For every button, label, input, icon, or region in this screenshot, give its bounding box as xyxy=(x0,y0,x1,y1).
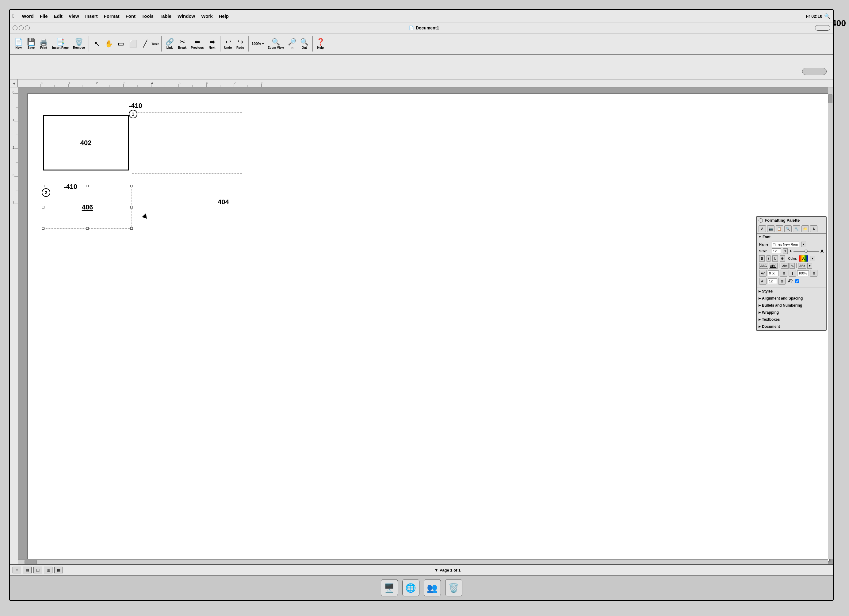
menu-view[interactable]: View xyxy=(66,13,82,19)
abd-btn[interactable]: ABd xyxy=(798,263,806,269)
maximize-button[interactable] xyxy=(25,25,30,30)
bold-button[interactable]: B xyxy=(759,255,765,262)
handle-mr[interactable] xyxy=(130,206,133,208)
view-icon-1[interactable]: ≡ xyxy=(13,567,21,573)
dock-trash[interactable]: 🗑️ xyxy=(445,579,462,597)
italic-button[interactable]: I xyxy=(767,255,770,262)
rect2-tool[interactable]: ⬜ xyxy=(127,40,139,48)
menu-work[interactable]: Work xyxy=(198,13,216,19)
handle-bm[interactable] xyxy=(86,227,89,230)
scale-input[interactable] xyxy=(797,271,809,276)
textboxes-section-header[interactable]: ▶ Textboxes xyxy=(757,316,826,323)
tracking-input[interactable] xyxy=(768,271,779,276)
baseline-adjust[interactable]: ⊞ xyxy=(778,278,785,284)
view-icon-4[interactable]: ▥ xyxy=(44,567,52,573)
minimize-button[interactable] xyxy=(19,25,24,30)
link-button[interactable]: 🔗 Link xyxy=(164,38,176,50)
frame-406[interactable]: 406 xyxy=(43,186,132,229)
palette-icon-a[interactable]: A xyxy=(758,225,766,232)
underline-button[interactable]: U xyxy=(772,255,778,262)
handle-tr[interactable] xyxy=(130,185,133,187)
palette-icon-tools[interactable]: 🔧 xyxy=(793,225,800,232)
superscript-btn[interactable]: ᴬA xyxy=(789,263,795,269)
wrapping-section-header[interactable]: ▶ Wrapping xyxy=(757,309,826,316)
font-section-header[interactable]: ▼ Font xyxy=(757,234,826,240)
view-icon-3[interactable]: ◫ xyxy=(33,567,42,573)
handle-ml[interactable] xyxy=(42,206,45,208)
palette-icon-rotate[interactable]: ↻ xyxy=(810,225,818,232)
palette-icon-folder[interactable]: 📁 xyxy=(801,225,809,232)
menu-window[interactable]: Window xyxy=(174,13,198,19)
baseline-input[interactable] xyxy=(768,278,777,284)
scroll-thumb[interactable] xyxy=(802,68,827,75)
menu-file[interactable]: File xyxy=(37,13,51,19)
undo-button[interactable]: ↩ Undo xyxy=(222,38,234,50)
menu-tools[interactable]: Tools xyxy=(139,13,157,19)
dock-browser[interactable]: 🌐 xyxy=(402,579,419,597)
font-size-dropdown[interactable]: ▼ xyxy=(783,248,788,254)
vscroll-thumb[interactable] xyxy=(828,94,833,103)
hscroll-thumb[interactable] xyxy=(25,560,37,564)
rect-tool[interactable]: ▭ xyxy=(115,40,127,48)
hand-tool[interactable]: ✋ xyxy=(103,40,115,48)
font-name-input[interactable] xyxy=(772,242,799,247)
handle-bl[interactable] xyxy=(42,227,45,230)
resize-handle[interactable] xyxy=(815,25,830,31)
view-icon-2[interactable]: ▤ xyxy=(23,567,31,573)
view-icon-5[interactable]: ▦ xyxy=(54,567,63,573)
menu-table[interactable]: Table xyxy=(157,13,174,19)
previous-button[interactable]: ⬅ Previous xyxy=(189,38,206,50)
next-button[interactable]: ➡ Next xyxy=(206,38,218,50)
alignment-section-header[interactable]: ▶ Alignment and Spacing xyxy=(757,295,826,302)
apple-menu[interactable]:  xyxy=(13,13,15,19)
palette-close[interactable] xyxy=(758,218,763,223)
document-section-header[interactable]: ▶ Document xyxy=(757,323,826,330)
handle-tl[interactable] xyxy=(42,185,45,187)
frame-404[interactable] xyxy=(132,112,242,174)
font-size-slider[interactable] xyxy=(794,251,819,252)
scale-adjust[interactable]: ⊞ xyxy=(810,270,818,277)
color-picker[interactable]: A xyxy=(799,255,808,262)
menu-help[interactable]: Help xyxy=(216,13,232,19)
abc-normal[interactable]: Abc xyxy=(781,263,789,269)
styles-section-header[interactable]: ▶ Styles xyxy=(757,288,826,295)
font-name-dropdown[interactable]: ▼ xyxy=(801,242,806,247)
zoom-in-button[interactable]: 🔎 In xyxy=(286,38,298,50)
abc-underline[interactable]: ABC xyxy=(769,263,778,269)
palette-icon-search[interactable]: 🔍 xyxy=(784,225,792,232)
zoom-value-button[interactable]: 100% ▼ xyxy=(250,42,266,46)
palette-icon-camera[interactable]: 📷 xyxy=(767,225,775,232)
redo-button[interactable]: ↪ Redo xyxy=(235,38,246,50)
close-button[interactable] xyxy=(13,25,18,30)
insert-page-button[interactable]: 📑 Insert Page xyxy=(50,38,70,50)
print-button[interactable]: 🖨️ Print xyxy=(38,38,50,50)
menu-font[interactable]: Font xyxy=(122,13,138,19)
dock-finder[interactable]: 🖥️ xyxy=(381,579,398,597)
palette-icon-page[interactable]: 📋 xyxy=(776,225,783,232)
zoom-view-button[interactable]: 🔍 Zoom View xyxy=(266,38,286,50)
horizontal-scrollbar[interactable] xyxy=(18,559,828,564)
handle-tm[interactable] xyxy=(86,185,89,187)
baseline-checkbox[interactable] xyxy=(795,279,799,283)
strikethrough-button[interactable]: S xyxy=(780,255,785,262)
menu-edit[interactable]: Edit xyxy=(51,13,65,19)
tracking-adjust[interactable]: ⊞ xyxy=(780,270,787,277)
font-size-input[interactable] xyxy=(772,248,781,254)
vertical-scrollbar[interactable] xyxy=(828,88,833,559)
help-button[interactable]: ❓ Help xyxy=(314,38,326,50)
remove-button[interactable]: 🗑️ Remove xyxy=(71,38,87,50)
menu-insert[interactable]: Insert xyxy=(82,13,101,19)
arrow-tool[interactable]: ↖ xyxy=(91,40,103,48)
zoom-out-button[interactable]: 🔍 Out xyxy=(298,38,310,50)
save-button[interactable]: 💾 Save xyxy=(25,38,37,50)
abc-strikethrough[interactable]: ABC xyxy=(759,263,768,269)
menu-format[interactable]: Format xyxy=(101,13,123,19)
new-button[interactable]: 📄 New xyxy=(13,38,25,50)
dock-people[interactable]: 👥 xyxy=(424,579,441,597)
color-dropdown[interactable]: ▼ xyxy=(810,256,815,261)
abd-dropdown[interactable]: ▼ xyxy=(807,263,812,269)
handle-br[interactable] xyxy=(130,227,133,230)
bullets-section-header[interactable]: ▶ Bullets and Numbering xyxy=(757,302,826,309)
break-button[interactable]: ✂ Break xyxy=(176,38,189,50)
frame-402[interactable]: 402 xyxy=(43,115,129,171)
